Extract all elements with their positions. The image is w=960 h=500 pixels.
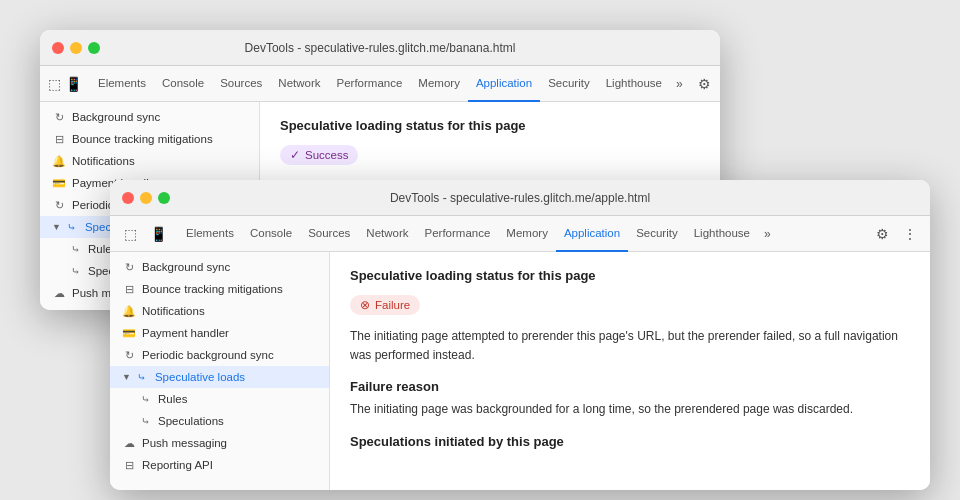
tab-bar-1: Elements Console Sources Network Perform… bbox=[90, 66, 689, 102]
toolbar-right-2: ⚙ ⋮ bbox=[870, 222, 922, 246]
toolbar-1: ⬚ 📱 Elements Console Sources Network Per… bbox=[40, 66, 720, 102]
tab-application[interactable]: Application bbox=[468, 66, 540, 102]
status-label: Success bbox=[305, 149, 348, 161]
device-icon-2[interactable]: 📱 bbox=[146, 222, 170, 246]
tab-network-2[interactable]: Network bbox=[358, 216, 416, 252]
sidebar-label-2-reporting-api: Reporting API bbox=[142, 459, 213, 471]
sidebar-item-2-periodic-sync[interactable]: ↻ Periodic background sync bbox=[110, 344, 329, 366]
maximize-button-2[interactable] bbox=[158, 192, 170, 204]
titlebar-1: DevTools - speculative-rules.glitch.me/b… bbox=[40, 30, 720, 66]
triangle-icon: ▼ bbox=[52, 222, 61, 232]
tab-security-2[interactable]: Security bbox=[628, 216, 686, 252]
failure-reason-title: Failure reason bbox=[350, 379, 910, 394]
inspect-icon-2[interactable]: ⬚ bbox=[118, 222, 142, 246]
speculative-loads-icon: ⤷ bbox=[65, 221, 79, 234]
content-area-2: ↻ Background sync ⊟ Bounce tracking miti… bbox=[110, 252, 930, 490]
sidebar-item-2-payment-handler[interactable]: 💳 Payment handler bbox=[110, 322, 329, 344]
tab-lighthouse[interactable]: Lighthouse bbox=[598, 66, 670, 102]
status-badge-failure: ⊗ Failure bbox=[350, 295, 420, 315]
sidebar-label-notifications: Notifications bbox=[72, 155, 135, 167]
rules-icon-2: ⤷ bbox=[138, 393, 152, 406]
tab-application-2[interactable]: Application bbox=[556, 216, 628, 252]
tab-memory[interactable]: Memory bbox=[410, 66, 468, 102]
rules-icon: ⤷ bbox=[68, 243, 82, 256]
section-title-1: Speculative loading status for this page bbox=[280, 118, 700, 133]
inspect-icon[interactable]: ⬚ bbox=[48, 72, 61, 96]
main-panel-2: Speculative loading status for this page… bbox=[330, 252, 930, 490]
bounce-tracking-icon-2: ⊟ bbox=[122, 283, 136, 296]
tab-elements-2[interactable]: Elements bbox=[178, 216, 242, 252]
tab-overflow-2[interactable]: » bbox=[758, 227, 777, 241]
sidebar-item-bounce-tracking[interactable]: ⊟ Bounce tracking mitigations bbox=[40, 128, 259, 150]
sidebar-label-2-bounce-tracking: Bounce tracking mitigations bbox=[142, 283, 283, 295]
sidebar-item-2-speculations[interactable]: ⤷ Speculations bbox=[110, 410, 329, 432]
tab-console-2[interactable]: Console bbox=[242, 216, 300, 252]
status-label-2: Failure bbox=[375, 299, 410, 311]
toolbar-right-1: ⚙ ⋮ bbox=[693, 72, 720, 96]
settings-icon[interactable]: ⚙ bbox=[693, 72, 717, 96]
check-circle-icon: ✓ bbox=[290, 148, 300, 162]
sidebar-item-background-sync[interactable]: ↻ Background sync bbox=[40, 106, 259, 128]
window-title-1: DevTools - speculative-rules.glitch.me/b… bbox=[245, 41, 516, 55]
tab-lighthouse-2[interactable]: Lighthouse bbox=[686, 216, 758, 252]
sidebar-item-2-speculative-loads[interactable]: ▼ ⤷ Speculative loads bbox=[110, 366, 329, 388]
failure-description: The initiating page attempted to prerend… bbox=[350, 327, 910, 365]
section-title-2: Speculative loading status for this page bbox=[350, 268, 910, 283]
speculations-title: Speculations initiated by this page bbox=[350, 434, 910, 449]
sidebar-label-background-sync: Background sync bbox=[72, 111, 160, 123]
titlebar-2: DevTools - speculative-rules.glitch.me/a… bbox=[110, 180, 930, 216]
tab-elements[interactable]: Elements bbox=[90, 66, 154, 102]
status-badge-success: ✓ Success bbox=[280, 145, 358, 165]
sidebar-label-2-notifications: Notifications bbox=[142, 305, 205, 317]
minimize-button-2[interactable] bbox=[140, 192, 152, 204]
sidebar-label-2-push-messaging: Push messaging bbox=[142, 437, 227, 449]
payment-handler-icon: 💳 bbox=[52, 177, 66, 190]
sidebar-item-2-push-messaging[interactable]: ☁ Push messaging bbox=[110, 432, 329, 454]
device-icon[interactable]: 📱 bbox=[65, 72, 82, 96]
periodic-sync-icon: ↻ bbox=[52, 199, 66, 212]
sidebar-label-2-rules: Rules bbox=[158, 393, 187, 405]
x-circle-icon: ⊗ bbox=[360, 298, 370, 312]
close-button[interactable] bbox=[52, 42, 64, 54]
maximize-button[interactable] bbox=[88, 42, 100, 54]
close-button-2[interactable] bbox=[122, 192, 134, 204]
notifications-icon: 🔔 bbox=[52, 155, 66, 168]
speculations-icon-2: ⤷ bbox=[138, 415, 152, 428]
tab-performance-2[interactable]: Performance bbox=[417, 216, 499, 252]
reporting-api-icon: ⊟ bbox=[122, 459, 136, 472]
background-sync-icon-2: ↻ bbox=[122, 261, 136, 274]
sidebar-item-2-background-sync[interactable]: ↻ Background sync bbox=[110, 256, 329, 278]
tab-security[interactable]: Security bbox=[540, 66, 598, 102]
sidebar-item-notifications[interactable]: 🔔 Notifications bbox=[40, 150, 259, 172]
sidebar-label-2-periodic-sync: Periodic background sync bbox=[142, 349, 274, 361]
background-sync-icon: ↻ bbox=[52, 111, 66, 124]
settings-icon-2[interactable]: ⚙ bbox=[870, 222, 894, 246]
failure-reason-text: The initiating page was backgrounded for… bbox=[350, 400, 910, 419]
sidebar-item-2-notifications[interactable]: 🔔 Notifications bbox=[110, 300, 329, 322]
notifications-icon-2: 🔔 bbox=[122, 305, 136, 318]
frames-label: Frames bbox=[110, 484, 329, 490]
tab-sources[interactable]: Sources bbox=[212, 66, 270, 102]
tab-memory-2[interactable]: Memory bbox=[498, 216, 556, 252]
push-messaging-icon-2: ☁ bbox=[122, 437, 136, 450]
more-icon-2[interactable]: ⋮ bbox=[898, 222, 922, 246]
periodic-sync-icon-2: ↻ bbox=[122, 349, 136, 362]
tab-console[interactable]: Console bbox=[154, 66, 212, 102]
sidebar-item-2-reporting-api[interactable]: ⊟ Reporting API bbox=[110, 454, 329, 476]
tab-network[interactable]: Network bbox=[270, 66, 328, 102]
devtools-window-2: DevTools - speculative-rules.glitch.me/a… bbox=[110, 180, 930, 490]
sidebar-item-2-bounce-tracking[interactable]: ⊟ Bounce tracking mitigations bbox=[110, 278, 329, 300]
push-messaging-icon: ☁ bbox=[52, 287, 66, 300]
sidebar-label-2-speculative-loads: Speculative loads bbox=[155, 371, 245, 383]
tab-overflow[interactable]: » bbox=[670, 77, 689, 91]
window-title-2: DevTools - speculative-rules.glitch.me/a… bbox=[390, 191, 650, 205]
tab-performance[interactable]: Performance bbox=[329, 66, 411, 102]
minimize-button[interactable] bbox=[70, 42, 82, 54]
sidebar-item-2-rules[interactable]: ⤷ Rules bbox=[110, 388, 329, 410]
sidebar-label-2-speculations: Speculations bbox=[158, 415, 224, 427]
tab-sources-2[interactable]: Sources bbox=[300, 216, 358, 252]
sidebar-2: ↻ Background sync ⊟ Bounce tracking miti… bbox=[110, 252, 330, 490]
traffic-lights-2 bbox=[122, 192, 170, 204]
speculative-loads-icon-2: ⤷ bbox=[135, 371, 149, 384]
triangle-icon-2: ▼ bbox=[122, 372, 131, 382]
